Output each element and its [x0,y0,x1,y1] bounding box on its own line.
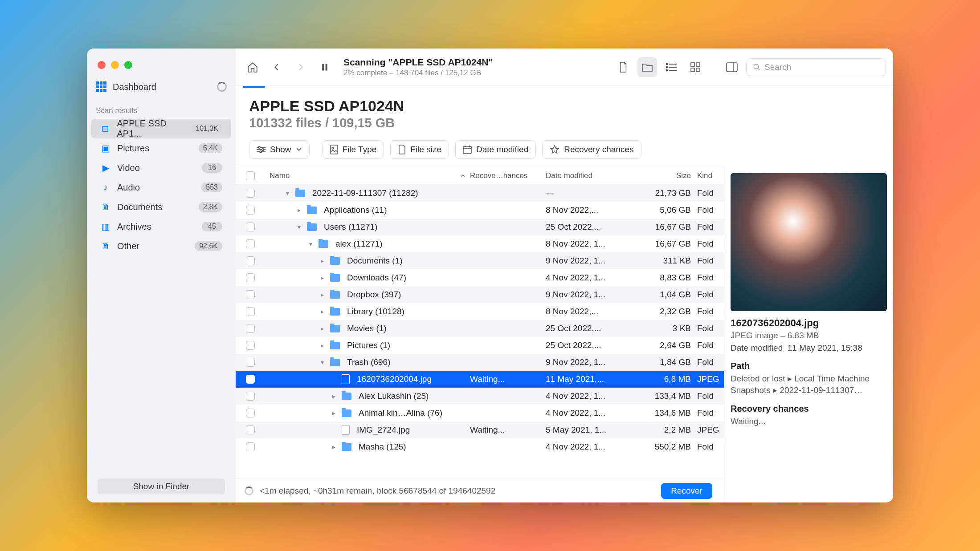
sidebar-item-archive[interactable]: ▥Archives45 [91,217,231,236]
show-in-finder-button[interactable]: Show in Finder [98,478,225,494]
view-list-icon[interactable] [662,57,681,77]
table-row[interactable]: ▸Masha (125) 4 Nov 2022, 1... 550,2 MB F… [236,438,724,455]
table-row[interactable]: ▾2022-11-09-111307 (11282) — 21,73 GB Fo… [236,185,724,202]
table-row[interactable]: ▸Documents (1) 9 Nov 2022, 1... 311 KB F… [236,252,724,269]
view-file-icon[interactable] [613,57,633,77]
disclosure-icon[interactable]: ▸ [318,291,326,298]
audio-icon: ♪ [100,182,111,193]
table-row[interactable]: ▾alex (11271) 8 Nov 2022, 1... 16,67 GB … [236,235,724,252]
disclosure-icon[interactable]: ▸ [330,409,337,417]
preview-thumbnail [731,173,887,311]
disclosure-icon[interactable]: ▾ [284,190,291,197]
row-checkbox[interactable] [246,256,255,265]
disclosure-icon[interactable]: ▸ [318,274,326,281]
home-icon[interactable] [243,57,262,77]
svg-rect-24 [463,146,471,154]
search-input[interactable]: Search [746,58,886,76]
sidebar-item-doc[interactable]: 🗎Documents2,8K [91,197,231,217]
show-filter[interactable]: Show [249,140,310,159]
row-checkbox[interactable] [246,341,255,350]
disclosure-icon[interactable]: ▸ [318,308,326,315]
svg-rect-11 [696,68,700,72]
sidebar-item-dashboard[interactable]: Dashboard [87,77,236,97]
row-checkbox[interactable] [246,392,255,401]
svg-point-20 [262,149,264,150]
table-row[interactable]: IMG_2724.jpg Waiting... 5 May 2021, 1...… [236,421,724,438]
svg-rect-10 [691,68,694,72]
recover-button[interactable]: Recover [661,483,712,499]
file-icon [398,145,406,154]
sidebar-item-badge: 45 [202,222,222,231]
recovery-chances-filter[interactable]: Recovery chances [542,140,641,159]
row-checkbox[interactable] [246,358,255,367]
toggle-preview-icon[interactable] [722,57,742,77]
row-checkbox[interactable] [246,425,255,434]
sidebar-item-audio[interactable]: ♪Audio553 [91,178,231,197]
disclosure-icon[interactable]: ▸ [295,207,302,214]
table-row[interactable]: ▾Users (11271) 25 Oct 2022,... 16,67 GB … [236,219,724,235]
table-row[interactable]: ▸Animal kin…Alina (76) 4 Nov 2022, 1... … [236,405,724,421]
forward-icon[interactable] [291,57,310,77]
view-grid-icon[interactable] [686,57,705,77]
row-checkbox[interactable] [246,273,255,282]
sidebar-item-badge: 5,4K [199,143,222,153]
column-kind[interactable]: Kind [697,171,724,180]
row-kind: Fold [697,408,724,418]
row-checkbox[interactable] [246,206,255,215]
back-icon[interactable] [267,57,286,77]
row-size: 133,4 MB [630,391,697,401]
file-size-filter[interactable]: File size [390,140,449,159]
preview-path-value: Deleted or lost ▸ Local Time Machine Sna… [731,373,887,396]
sidebar-item-video[interactable]: ▶Video16 [91,158,231,178]
disclosure-icon[interactable]: ▾ [295,223,302,231]
disclosure-icon[interactable]: ▾ [307,240,314,247]
row-checkbox[interactable] [246,189,255,198]
pause-icon[interactable] [315,57,335,77]
table-row[interactable]: ▾Trash (696) 9 Nov 2022, 1... 1,84 GB Fo… [236,354,724,371]
row-name: Pictures (1) [347,340,390,350]
sidebar-item-other[interactable]: 🗎Other92,6K [91,236,231,256]
file-type-filter[interactable]: File Type [323,140,384,159]
close-icon[interactable] [98,61,106,69]
doc-icon: 🗎 [100,202,111,212]
row-checkbox[interactable] [246,239,255,248]
column-recovery[interactable]: Recove…hances [470,171,546,180]
sidebar-item-badge: 92,6K [195,241,222,251]
row-checkbox[interactable] [246,307,255,316]
table-row[interactable]: ▸Movies (1) 25 Oct 2022,... 3 KB Fold [236,320,724,337]
disclosure-icon[interactable]: ▸ [318,257,326,264]
row-checkbox[interactable] [246,442,255,451]
row-checkbox[interactable] [246,290,255,299]
row-checkbox[interactable] [246,375,255,384]
row-checkbox[interactable] [246,223,255,231]
row-date: 4 Nov 2022, 1... [546,391,630,401]
date-modified-filter[interactable]: Date modified [455,140,536,159]
zoom-icon[interactable] [124,61,132,69]
table-row[interactable]: 1620736202004.jpg Waiting... 11 May 2021… [236,371,724,388]
view-folder-icon[interactable] [637,57,657,77]
column-size[interactable]: Size [630,171,697,180]
column-name[interactable]: Name [265,171,470,180]
select-all-checkbox[interactable] [246,171,255,180]
table-row[interactable]: ▸Pictures (1) 25 Oct 2022,... 2,64 GB Fo… [236,337,724,354]
minimize-icon[interactable] [111,61,119,69]
star-icon [550,145,559,154]
table-row[interactable]: ▸Library (10128) 8 Nov 2022,... 2,32 GB … [236,303,724,320]
row-kind: Fold [697,340,724,350]
table-row[interactable]: ▸Downloads (47) 4 Nov 2022, 1... 8,83 GB… [236,269,724,286]
sidebar-item-drive[interactable]: ⊟APPLE SSD AP1...101,3K [91,119,231,138]
disclosure-icon[interactable]: ▸ [330,393,337,400]
table-row[interactable]: ▸Applications (11) 8 Nov 2022,... 5,06 G… [236,202,724,219]
row-date: 25 Oct 2022,... [546,340,630,350]
table-row[interactable]: ▸Alex Lukashin (25) 4 Nov 2022, 1... 133… [236,388,724,405]
sidebar-item-image[interactable]: ▣Pictures5,4K [91,138,231,158]
svg-point-19 [258,146,260,148]
column-date[interactable]: Date modified [546,171,630,180]
disclosure-icon[interactable]: ▸ [318,325,326,332]
disclosure-icon[interactable]: ▾ [318,359,326,366]
disclosure-icon[interactable]: ▸ [330,443,337,450]
row-checkbox[interactable] [246,409,255,417]
row-checkbox[interactable] [246,324,255,333]
disclosure-icon[interactable]: ▸ [318,342,326,349]
table-row[interactable]: ▸Dropbox (397) 9 Nov 2022, 1... 1,04 GB … [236,286,724,303]
